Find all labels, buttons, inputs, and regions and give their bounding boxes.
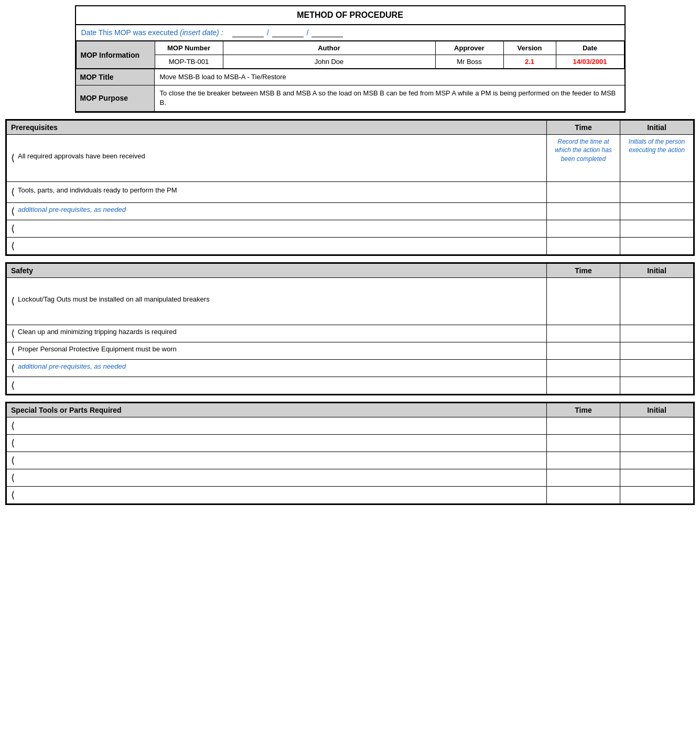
- safety-initial-2: [620, 325, 694, 342]
- safety-brace-1: ⟨: [11, 295, 15, 307]
- date-field-3[interactable]: [311, 28, 343, 37]
- mop-number-value: MOP-TB-001: [155, 55, 223, 69]
- prereq-time-5: [547, 237, 620, 254]
- prereq-desc-2: ⟨ Tools, parts, and individuals ready to…: [7, 181, 547, 202]
- col-mop-number: MOP Number: [155, 41, 223, 55]
- prereq-desc-5: ⟨: [7, 237, 547, 254]
- main-title: METHOD OF PROCEDURE: [76, 6, 624, 25]
- brace-4: ⟨: [11, 223, 15, 234]
- prereq-initial-5: [620, 237, 694, 254]
- safety-time-4: [547, 359, 620, 377]
- safety-row-5: ⟨: [7, 377, 694, 394]
- prereq-row-4: ⟨: [7, 220, 694, 237]
- safety-initial-5: [620, 377, 694, 394]
- special-tools-header: Special Tools or Parts Required Time Ini…: [7, 403, 694, 417]
- special-tools-time-2: [547, 434, 620, 452]
- prerequisites-header-label: Prerequisites: [7, 120, 547, 134]
- prereq-row-3: ⟨ additional pre-requisites, as needed: [7, 202, 694, 220]
- prereq-initial-2: [620, 181, 694, 202]
- date-field-2[interactable]: [272, 28, 304, 37]
- safety-text-1: Lockout/Tag Outs must be installed on al…: [18, 295, 210, 303]
- special-tools-initial-header: Initial: [620, 403, 694, 417]
- special-tools-initial-4: [620, 469, 694, 486]
- safety-row-1: ⟨ Lockout/Tag Outs must be installed on …: [7, 277, 694, 325]
- special-tools-brace-2: ⟨: [11, 438, 15, 448]
- date-label: Date This MOP was executed: [81, 28, 178, 37]
- mop-date-value: 14/03/2001: [556, 55, 624, 69]
- safety-text-2: Clean up and minimizing tripping hazards…: [18, 328, 177, 336]
- mop-info-label: MOP Information: [76, 41, 155, 69]
- special-tools-brace-3: ⟨: [11, 455, 15, 466]
- safety-row-4: ⟨ additional pre-requisites, as needed: [7, 359, 694, 377]
- safety-row-2: ⟨ Clean up and minimizing tripping hazar…: [7, 325, 694, 342]
- safety-brace-2: ⟨: [11, 328, 15, 339]
- special-tools-time-1: [547, 417, 620, 434]
- brace-2: ⟨: [11, 186, 15, 198]
- safety-brace-3: ⟨: [11, 345, 15, 357]
- special-tools-brace-4: ⟨: [11, 472, 15, 483]
- prereq-initial-1: Initials of the person executing the act…: [620, 134, 694, 181]
- special-tools-desc-5: ⟨: [7, 486, 547, 503]
- date-field-1[interactable]: [232, 28, 264, 37]
- prereq-row-2: ⟨ Tools, parts, and individuals ready to…: [7, 181, 694, 202]
- col-date: Date: [556, 41, 624, 55]
- special-tools-brace-5: ⟨: [11, 490, 15, 500]
- safety-time-3: [547, 342, 620, 359]
- prereq-desc-1: ⟨ All required approvals have been recei…: [7, 134, 547, 181]
- prereq-text-2: Tools, parts, and individuals ready to p…: [18, 186, 177, 194]
- safety-text-4: additional pre-requisites, as needed: [18, 362, 126, 370]
- special-tools-initial-2: [620, 434, 694, 452]
- brace-3: ⟨: [11, 206, 15, 217]
- safety-row-3: ⟨ Proper Personal Protective Equipment m…: [7, 342, 694, 359]
- special-tools-time-3: [547, 452, 620, 469]
- mop-title-label: MOP Title: [76, 69, 155, 85]
- safety-brace-5: ⟨: [11, 380, 15, 391]
- special-tools-initial-5: [620, 486, 694, 503]
- approver-value: Mr Boss: [435, 55, 503, 69]
- special-tools-initial-1: [620, 417, 694, 434]
- special-tools-time-header: Time: [547, 403, 620, 417]
- col-approver: Approver: [435, 41, 503, 55]
- safety-text-3: Proper Personal Protective Equipment mus…: [18, 345, 177, 353]
- mop-info-table: MOP Information MOP Number Author Approv…: [76, 41, 624, 69]
- prerequisites-header: Prerequisites Time Initial: [7, 120, 694, 134]
- safety-desc-4: ⟨ additional pre-requisites, as needed: [7, 359, 547, 377]
- safety-time-5: [547, 377, 620, 394]
- date-row: Date This MOP was executed (insert date)…: [76, 25, 624, 41]
- prerequisites-table: Prerequisites Time Initial ⟨ All require…: [6, 120, 694, 255]
- date-italic-label: (insert date) :: [180, 28, 223, 37]
- prereq-text-1: All required approvals have been receive…: [18, 152, 145, 160]
- prereq-initial-3: [620, 202, 694, 220]
- brace-5: ⟨: [11, 241, 15, 251]
- special-tools-section: Special Tools or Parts Required Time Ini…: [5, 402, 695, 505]
- safety-header-label: Safety: [7, 263, 547, 277]
- special-tools-desc-2: ⟨: [7, 434, 547, 452]
- prereq-desc-4: ⟨: [7, 220, 547, 237]
- special-tools-initial-3: [620, 452, 694, 469]
- mop-purpose-value: To close the tie breaker between MSB B a…: [155, 85, 624, 111]
- brace-1: ⟨: [11, 152, 15, 164]
- mop-purpose-label: MOP Purpose: [76, 85, 155, 111]
- mop-purpose-row: MOP Purpose To close the tie breaker bet…: [76, 85, 624, 111]
- special-tools-table: Special Tools or Parts Required Time Ini…: [6, 403, 694, 504]
- safety-initial-1: [620, 277, 694, 325]
- prereq-time-hint-1: Record the time at which the action has …: [555, 138, 612, 163]
- safety-initial-header: Initial: [620, 263, 694, 277]
- author-value: John Doe: [223, 55, 435, 69]
- special-tools-time-5: [547, 486, 620, 503]
- special-tools-row-2: ⟨: [7, 434, 694, 452]
- special-tools-row-1: ⟨: [7, 417, 694, 434]
- safety-desc-2: ⟨ Clean up and minimizing tripping hazar…: [7, 325, 547, 342]
- special-tools-desc-4: ⟨: [7, 469, 547, 486]
- safety-initial-4: [620, 359, 694, 377]
- safety-initial-3: [620, 342, 694, 359]
- prereq-time-3: [547, 202, 620, 220]
- special-tools-header-label: Special Tools or Parts Required: [7, 403, 547, 417]
- safety-brace-4: ⟨: [11, 362, 15, 374]
- special-tools-brace-1: ⟨: [11, 421, 15, 431]
- special-tools-desc-3: ⟨: [7, 452, 547, 469]
- safety-desc-3: ⟨ Proper Personal Protective Equipment m…: [7, 342, 547, 359]
- prerequisites-section: Prerequisites Time Initial ⟨ All require…: [5, 119, 695, 256]
- version-value: 2.1: [503, 55, 556, 69]
- special-tools-row-3: ⟨: [7, 452, 694, 469]
